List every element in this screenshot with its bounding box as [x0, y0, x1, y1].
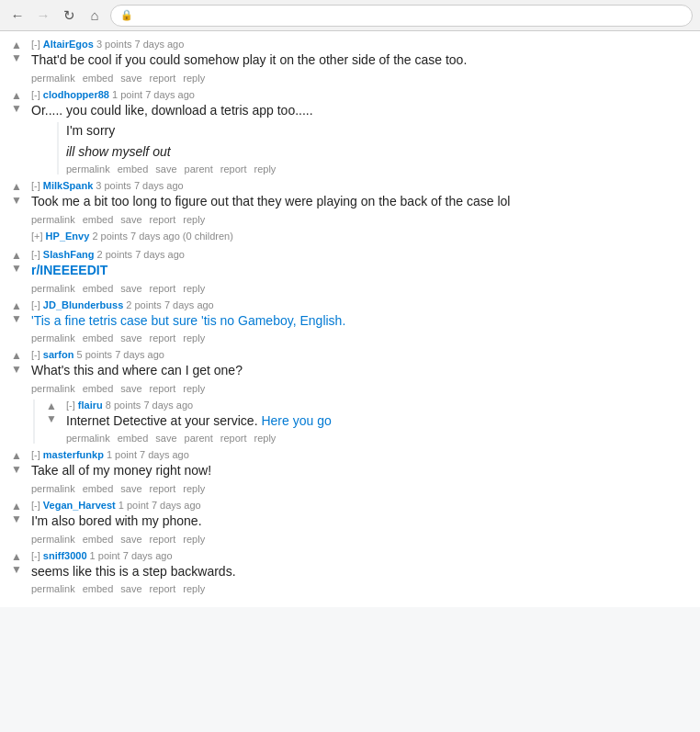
action-report[interactable]: report [150, 534, 176, 545]
action-save[interactable]: save [120, 73, 141, 84]
action-save[interactable]: save [155, 163, 176, 175]
action-permalink[interactable]: permalink [66, 163, 110, 175]
forward-button[interactable]: → [33, 6, 53, 26]
expand-toggle[interactable]: [-] [31, 449, 40, 460]
action-reply[interactable]: reply [183, 73, 205, 84]
action-report[interactable]: report [150, 583, 176, 594]
action-reply[interactable]: reply [183, 383, 205, 394]
action-permalink[interactable]: permalink [31, 383, 75, 394]
action-permalink[interactable]: permalink [31, 332, 75, 343]
downvote-arrow[interactable]: ▼ [11, 51, 22, 64]
action-save[interactable]: save [120, 583, 141, 594]
action-report[interactable]: report [220, 163, 247, 175]
action-embed[interactable]: embed [83, 73, 114, 84]
expand-toggle[interactable]: [-] [31, 180, 40, 191]
r-link[interactable]: r/INEEEEDIT [31, 263, 107, 277]
action-report[interactable]: report [150, 383, 176, 394]
username[interactable]: clodhopper88 [43, 89, 109, 100]
action-report[interactable]: report [150, 73, 176, 84]
upvote-arrow[interactable]: ▲ [46, 400, 57, 412]
action-permalink[interactable]: permalink [31, 283, 75, 294]
expand-toggle[interactable]: [-] [31, 249, 40, 260]
expand-toggle[interactable]: [-] [31, 89, 40, 100]
action-embed[interactable]: embed [83, 283, 114, 294]
action-report[interactable]: report [150, 214, 176, 225]
action-reply[interactable]: reply [254, 433, 277, 444]
action-save[interactable]: save [120, 283, 141, 294]
reload-button[interactable]: ↻ [59, 6, 79, 26]
username[interactable]: flairu [78, 400, 103, 411]
expand-toggle[interactable]: [-] [31, 39, 40, 50]
expand-toggle[interactable]: [-] [31, 500, 40, 511]
username[interactable]: sarfon [43, 349, 74, 360]
address-bar[interactable]: 🔒 [110, 5, 693, 27]
downvote-arrow[interactable]: ▼ [11, 363, 22, 376]
action-reply[interactable]: reply [183, 283, 205, 294]
action-save[interactable]: save [155, 433, 176, 444]
action-permalink[interactable]: permalink [31, 583, 75, 594]
upvote-arrow[interactable]: ▲ [11, 89, 22, 102]
back-button[interactable]: ← [7, 6, 28, 26]
action-embed[interactable]: embed [83, 332, 114, 343]
username[interactable]: MilkSpank [43, 180, 93, 191]
upvote-arrow[interactable]: ▲ [11, 349, 22, 362]
action-parent[interactable]: parent [185, 433, 213, 444]
action-permalink[interactable]: permalink [31, 214, 75, 225]
expand-toggle[interactable]: [-] [31, 550, 40, 561]
downvote-arrow[interactable]: ▼ [11, 262, 22, 275]
username[interactable]: HP_Envy [46, 231, 90, 242]
action-reply[interactable]: reply [183, 534, 205, 545]
expand-toggle[interactable]: [-] [31, 349, 40, 360]
expand-toggle[interactable]: [-] [66, 400, 75, 411]
action-save[interactable]: save [120, 483, 141, 494]
username[interactable]: sniff3000 [43, 550, 87, 561]
upvote-arrow[interactable]: ▲ [11, 449, 22, 462]
downvote-arrow[interactable]: ▼ [11, 512, 22, 525]
action-report[interactable]: report [150, 283, 176, 294]
upvote-arrow[interactable]: ▲ [11, 500, 22, 512]
action-permalink[interactable]: permalink [31, 483, 75, 494]
action-embed[interactable]: embed [83, 483, 114, 494]
action-reply[interactable]: reply [183, 214, 205, 225]
username[interactable]: Vegan_Harvest [43, 500, 116, 511]
comment-link[interactable]: 'Tis a fine tetris case but sure 'tis no… [31, 313, 345, 328]
downvote-arrow[interactable]: ▼ [11, 463, 22, 476]
action-permalink[interactable]: permalink [66, 433, 110, 444]
upvote-arrow[interactable]: ▲ [11, 180, 22, 193]
action-save[interactable]: save [120, 332, 141, 343]
action-report[interactable]: report [150, 332, 176, 343]
action-permalink[interactable]: permalink [31, 73, 75, 84]
action-embed[interactable]: embed [83, 583, 114, 594]
downvote-arrow[interactable]: ▼ [11, 312, 22, 325]
username[interactable]: masterfunkp [43, 449, 104, 460]
action-reply[interactable]: reply [254, 163, 277, 175]
username[interactable]: JD_Blunderbuss [43, 299, 123, 310]
action-reply[interactable]: reply [183, 583, 205, 594]
action-save[interactable]: save [120, 383, 141, 394]
downvote-arrow[interactable]: ▼ [11, 563, 22, 576]
here-you-go-link[interactable]: Here you go [261, 413, 331, 428]
action-save[interactable]: save [120, 214, 141, 225]
downvote-arrow[interactable]: ▼ [11, 194, 22, 207]
username[interactable]: AltairEgos [43, 39, 94, 50]
action-embed[interactable]: embed [83, 214, 114, 225]
downvote-arrow[interactable]: ▼ [46, 412, 57, 425]
action-save[interactable]: save [120, 534, 141, 545]
action-report[interactable]: report [220, 433, 247, 444]
action-embed[interactable]: embed [83, 534, 114, 545]
action-embed[interactable]: embed [83, 383, 114, 394]
action-embed[interactable]: embed [118, 433, 149, 444]
upvote-arrow[interactable]: ▲ [11, 299, 22, 312]
action-parent[interactable]: parent [185, 163, 213, 175]
action-permalink[interactable]: permalink [31, 534, 75, 545]
downvote-arrow[interactable]: ▼ [11, 102, 22, 115]
action-embed[interactable]: embed [118, 163, 149, 175]
upvote-arrow[interactable]: ▲ [11, 39, 22, 51]
action-reply[interactable]: reply [183, 332, 205, 343]
action-reply[interactable]: reply [183, 483, 205, 494]
upvote-arrow[interactable]: ▲ [11, 249, 22, 262]
expand-toggle[interactable]: [+] [31, 231, 43, 242]
home-button[interactable]: ⌂ [85, 6, 105, 26]
expand-toggle[interactable]: [-] [31, 299, 40, 310]
username[interactable]: SlashFang [43, 249, 95, 260]
